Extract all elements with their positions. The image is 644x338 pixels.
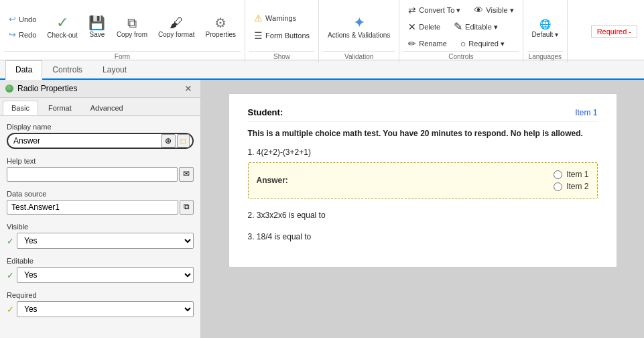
default-label: Default ▾ [532,31,558,38]
languages-group-label: Languages [527,51,563,60]
default-icon [539,16,551,30]
display-name-label: Display name [7,123,194,131]
controls-group-label: Controls [403,51,518,60]
panel-tab-advanced[interactable]: Advanced [82,101,132,115]
rename-icon [408,39,416,48]
question-1: 1. 4(2+2)-(3+2+1) Answer: Item 1 Item 2 [248,148,598,199]
radio-item-2[interactable]: Item 2 [554,182,588,191]
delete-button[interactable]: Delete [403,19,445,34]
display-name-input[interactable] [13,136,172,146]
copyformat-label: Copy format [158,31,194,38]
ribbon-group-validation: Actions & Validations Validation [319,0,399,63]
visible-select[interactable]: Yes No [17,233,194,249]
color-button[interactable]: □ [177,134,190,148]
required-checkmark: ✓ [7,304,14,315]
copyformat-button[interactable]: Copy format [153,13,199,42]
editable-button[interactable]: Editable ▾ [449,19,503,35]
panel-title: Radio Properties [17,84,178,93]
checkout-button[interactable]: Check-out [42,12,82,42]
data-source-group: Data source ⧉ [7,190,194,215]
visible-button[interactable]: Visible ▾ [469,3,518,17]
properties-label: Properties [205,31,236,38]
left-panel: Radio Properties ✕ Basic Format Advanced… [0,80,201,338]
radio-item-1[interactable]: Item 1 [554,170,588,179]
question-1-content: 4(2+2)-(3+2+1) [257,148,311,157]
emoji-button[interactable]: ⊕ [161,134,176,148]
input-action-buttons: ⊕ □ [161,134,190,148]
properties-button[interactable]: Properties [200,13,241,42]
item-link[interactable]: Item 1 [575,108,597,117]
editable-label: Editable ▾ [465,23,498,32]
required-badge: Required - [591,25,637,38]
editable-field-label: Editable [7,257,194,265]
ribbon-group-languages: Default ▾ Languages [523,0,568,63]
properties-icon [214,16,227,30]
formbuttons-button[interactable]: Form Buttons [249,28,314,43]
visible-icon [474,5,483,15]
copyfrom-button[interactable]: Copy from [112,13,152,42]
radio-label-1: Item 1 [566,170,588,179]
ribbon-group-form: Undo Redo Check-out Save [0,0,245,63]
ribbon-group-controls: Convert To ▾ Visible ▾ Delete Editable ▾ [399,0,523,63]
student-label: Student: [248,107,283,117]
radio-circle-2 [554,182,562,191]
checkout-label: Check-out [47,32,78,39]
form-description: This is a multiple choice math test. You… [248,129,598,138]
checkout-icon [56,15,68,30]
convert-button[interactable]: Convert To ▾ [403,3,465,17]
help-text-action-btn[interactable]: ✉ [179,167,194,182]
tab-data[interactable]: Data [5,60,42,80]
tab-controls[interactable]: Controls [42,60,92,80]
panel-tab-basic[interactable]: Basic [3,101,38,115]
undo-icon [9,14,16,24]
convert-label: Convert To ▾ [419,6,460,15]
required-button[interactable]: Required ▾ [456,36,509,51]
undo-label: Undo [19,15,36,23]
editable-select[interactable]: Yes No [17,267,194,283]
data-source-input[interactable] [7,200,178,215]
rename-label: Rename [419,40,447,48]
panel-close-button[interactable]: ✕ [182,82,195,95]
default-button[interactable]: Default ▾ [527,13,563,42]
tab-layout[interactable]: Layout [92,60,137,80]
panel-body: Display name ⊕ □ Help text ✉ [0,116,200,338]
help-text-input[interactable] [7,167,178,182]
answer-box-1: Answer: Item 1 Item 2 [248,162,598,199]
ribbon: Undo Redo Check-out Save [0,0,644,60]
redo-button[interactable]: Redo [4,27,41,42]
show-group-label: Show [249,51,314,60]
panel-tab-format[interactable]: Format [40,101,80,115]
validation-group-label: Validation [323,51,395,60]
required-field-label: Required [7,291,194,299]
required-select[interactable]: Yes No [17,301,194,317]
undo-button[interactable]: Undo [4,12,41,26]
panel-tabs: Basic Format Advanced [0,98,200,116]
redo-label: Redo [19,31,36,39]
redo-icon [9,30,16,40]
visible-checkmark: ✓ [7,236,14,246]
actions-button[interactable]: Actions & Validations [323,12,395,42]
radio-circle-1 [554,170,562,179]
copyfrom-icon [127,16,137,30]
question-3-number: 3. [248,232,255,241]
required-icon [460,39,466,48]
formbuttons-icon [254,31,263,40]
formbuttons-label: Form Buttons [265,32,310,40]
main-area: Radio Properties ✕ Basic Format Advanced… [0,80,644,338]
warnings-label: Warnings [265,14,296,22]
question-1-text: 1. 4(2+2)-(3+2+1) [248,148,598,157]
undo-redo-group: Undo Redo [4,12,41,42]
form-header: Student: Item 1 [248,107,598,122]
display-name-input-wrap: ⊕ □ [7,133,194,149]
required-badge-text: Required - [597,27,631,36]
save-button[interactable]: Save [84,13,111,42]
help-text-group: Help text ✉ [7,157,194,182]
warnings-button[interactable]: Warnings [249,11,301,25]
rename-button[interactable]: Rename [403,36,452,51]
panel-status-dot [5,84,13,93]
display-name-group: Display name ⊕ □ [7,123,194,149]
tab-strip: Data Controls Layout [0,60,644,80]
editable-group: Editable ✓ Yes No [7,257,194,283]
question-2-text: 2. 3x3x2x6 is equal to [248,211,598,220]
data-source-copy-btn[interactable]: ⧉ [180,200,194,215]
